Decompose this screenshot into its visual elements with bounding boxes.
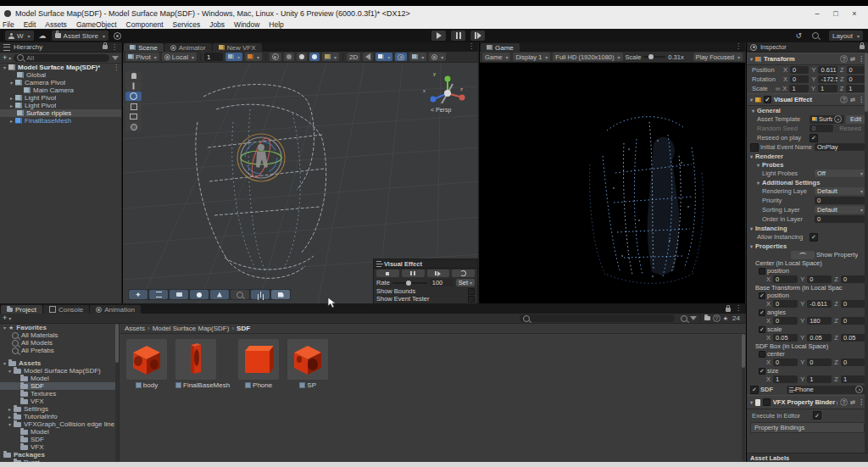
target-icon[interactable] (114, 32, 121, 40)
persp-label[interactable]: < Persp (431, 107, 451, 113)
rect-tool-button[interactable] (125, 112, 142, 121)
menu-file[interactable]: File (3, 20, 14, 29)
base-scale-x-field[interactable]: 0.05 (773, 334, 798, 342)
pause-button[interactable] (451, 31, 465, 41)
foldout-closed-icon[interactable] (10, 117, 13, 125)
item-menu-icon[interactable] (113, 64, 120, 71)
search-by-label-icon[interactable] (690, 316, 697, 320)
favorite-all-materials[interactable]: All Materials (0, 331, 119, 339)
menu-edit[interactable]: Edit (24, 20, 36, 29)
rate-value-field[interactable]: 100 (430, 279, 453, 286)
gizmos-dropdown[interactable] (429, 53, 446, 61)
project-search-input[interactable] (520, 314, 675, 322)
foldout-open-icon[interactable] (3, 64, 6, 71)
base-position-z-field[interactable]: 0 (841, 300, 865, 308)
base-position-y-field[interactable]: -0.611 (807, 300, 832, 308)
asset-template-object-field[interactable]: Surfac (810, 115, 844, 124)
order-in-layer-field[interactable]: 0 (815, 215, 865, 223)
random-seed-field[interactable]: 0 (810, 125, 833, 132)
search-filter-icon[interactable] (112, 56, 119, 60)
light-probes-dropdown[interactable]: Off (815, 170, 865, 177)
rotation-z-field[interactable]: 0 (847, 75, 865, 83)
initial-event-checkbox[interactable] (750, 143, 759, 152)
lock-icon[interactable] (860, 45, 865, 49)
help-icon[interactable] (840, 55, 848, 63)
object-picker-icon[interactable] (834, 115, 842, 123)
foldout-open-icon[interactable] (750, 55, 753, 63)
asset-labels-bar[interactable]: Asset Labels (747, 453, 868, 462)
step-button[interactable] (470, 31, 485, 41)
effects-toggle[interactable] (376, 53, 392, 61)
component-menu-icon[interactable] (858, 398, 865, 406)
sorting-layer-dropdown[interactable]: Default (815, 206, 865, 214)
menu-gameobject[interactable]: GameObject (76, 20, 117, 29)
execute-in-editor-checkbox[interactable] (813, 411, 821, 420)
breadcrumb-current[interactable]: SDF (236, 325, 250, 332)
assets-root[interactable]: Assets (0, 359, 119, 367)
component-menu-icon[interactable] (858, 55, 865, 63)
lock-icon[interactable] (726, 308, 731, 312)
asset-item-sp[interactable]: SP (287, 339, 328, 389)
property-curve-button[interactable] (791, 251, 815, 259)
breadcrumb-folder[interactable]: Model Surface Map(SDF) (153, 325, 230, 332)
grid-size-field[interactable]: 1 (204, 53, 223, 61)
tree-vfxgraph-sdf[interactable]: SDF (0, 436, 119, 443)
hierarchy-item-finalbasemesh[interactable]: FinalBaseMesh (0, 117, 121, 125)
tab-console[interactable]: Console (43, 305, 89, 314)
priority-field[interactable]: 0 (815, 197, 865, 204)
camera-dropdown[interactable] (409, 53, 426, 61)
foldout-closed-icon[interactable] (10, 94, 13, 102)
position-y-field[interactable]: 0.611 (818, 66, 837, 74)
instancing-foldout[interactable]: Instancing (747, 224, 868, 232)
overlay-properties-button[interactable] (149, 290, 168, 299)
component-enabled-checkbox[interactable] (763, 398, 771, 406)
rate-slider[interactable] (392, 282, 427, 284)
breadcrumb-assets[interactable]: Assets (125, 325, 145, 332)
rotation-x-field[interactable]: 0 (790, 75, 809, 83)
foldout-open-icon[interactable] (750, 96, 753, 103)
game-mode-dropdown[interactable]: Game (482, 53, 510, 61)
vfx-pause-button[interactable] (402, 270, 425, 277)
scale-checkbox[interactable] (759, 326, 765, 333)
hierarchy-item-light-pivot-2[interactable]: Light Pivot (0, 102, 121, 109)
scale-z-field[interactable]: 1 (846, 85, 865, 92)
favorites-root[interactable]: Favorites (0, 324, 119, 331)
preset-icon[interactable] (850, 398, 855, 406)
sdf-object-field[interactable]: Phone (787, 386, 865, 394)
asset-item-body[interactable]: body (126, 339, 167, 389)
visual-effect-component-header[interactable]: Visual Effect (747, 93, 868, 106)
vfx-step-button[interactable] (427, 270, 450, 277)
reseed-button[interactable]: Reseed (835, 125, 865, 133)
tree-model-surface-map[interactable]: Model Surface Map(SDF) (0, 367, 119, 375)
component-enabled-checkbox[interactable] (764, 96, 771, 103)
play-button[interactable] (431, 31, 446, 41)
angles-y-field[interactable]: 180 (807, 317, 832, 325)
close-button[interactable]: × (845, 9, 864, 18)
tree-tutorialinfo[interactable]: TutorialInfo (0, 413, 119, 420)
scene-viewport[interactable]: y x z < Persp (123, 63, 479, 303)
position-x-field[interactable]: 0 (790, 66, 809, 74)
probes-foldout[interactable]: Probes (747, 160, 868, 169)
center-position-checkbox[interactable] (759, 268, 765, 275)
tree-settings[interactable]: Settings (0, 405, 119, 413)
angles-checkbox[interactable] (759, 309, 765, 316)
resolution-dropdown[interactable]: Full HD (1920x1080) (553, 53, 622, 61)
help-icon[interactable] (840, 398, 848, 406)
search-icon[interactable] (812, 32, 819, 39)
property-binder-component-header[interactable]: VFX Property Binder (Scri (747, 395, 868, 409)
initial-event-field[interactable]: OnPlay (815, 143, 865, 151)
foldout-closed-icon[interactable] (10, 102, 13, 109)
base-position-checkbox[interactable] (759, 292, 765, 299)
asset-item-finalbasemesh[interactable]: FinalBaseMesh (175, 339, 230, 389)
preset-icon[interactable] (850, 96, 855, 103)
renderer-foldout[interactable]: Renderer (747, 152, 868, 160)
sdf-size-y-field[interactable]: 1 (807, 375, 832, 383)
tab-animation[interactable]: Animation (90, 305, 141, 314)
center-x-field[interactable]: 0 (773, 275, 798, 283)
reseed-on-play-checkbox[interactable] (810, 134, 818, 142)
rotation-y-field[interactable]: -172.55 (818, 75, 837, 83)
menu-component[interactable]: Component (126, 20, 164, 29)
sdf-size-z-field[interactable]: 1 (841, 375, 865, 383)
tree-scrollbar[interactable] (115, 324, 119, 462)
object-picker-icon[interactable] (855, 386, 863, 393)
